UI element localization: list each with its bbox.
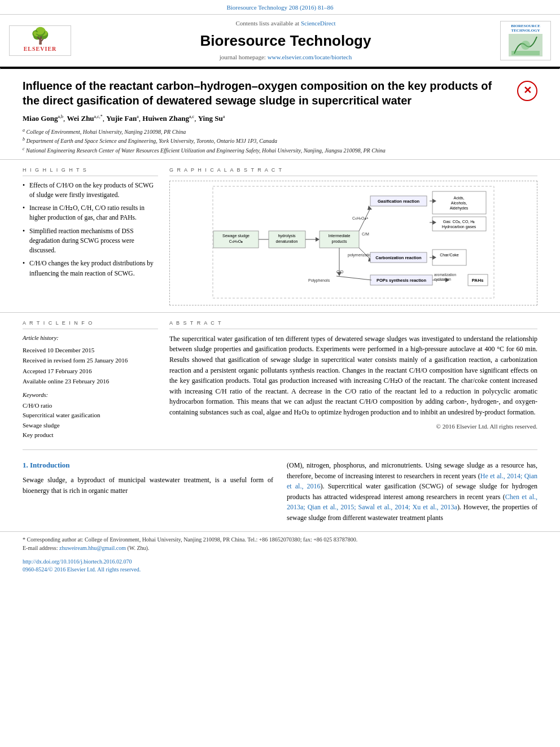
available-date: Available online 23 February 2016 bbox=[23, 377, 158, 387]
svg-text:Polyphenols: Polyphenols bbox=[308, 278, 330, 283]
journal-ref-text: Bioresource Technology 208 (2016) 81–86 bbox=[226, 4, 333, 11]
author-5: Ying Su bbox=[198, 114, 223, 123]
svg-text:PAHs: PAHs bbox=[472, 278, 484, 283]
article-title: Influence of the reactant carbon–hydroge… bbox=[23, 78, 537, 108]
info-abstract-section: A R T I C L E I N F O Article history: R… bbox=[0, 313, 560, 447]
history-title: Article history: bbox=[23, 334, 158, 343]
author-3: Yujie Fan bbox=[106, 114, 137, 123]
svg-text:hydrolysis: hydrolysis bbox=[278, 234, 296, 238]
svg-line-53 bbox=[336, 276, 371, 280]
article-info-column: A R T I C L E I N F O Article history: R… bbox=[23, 320, 158, 440]
body-right: (OM), nitrogen, phosphorus, and micronut… bbox=[287, 460, 537, 523]
svg-marker-43 bbox=[337, 272, 342, 276]
email-note: E-mail address: zhuweiream.hhu@gmail.com… bbox=[23, 544, 537, 552]
svg-text:C₆H₈O₃: C₆H₈O₃ bbox=[229, 239, 243, 243]
highlight-item-4: C/H/O changes the key product distributi… bbox=[23, 259, 158, 278]
svg-text:cyclization: cyclization bbox=[434, 277, 451, 282]
svg-point-1 bbox=[521, 41, 530, 50]
svg-marker-11 bbox=[316, 237, 320, 242]
journal-logo: BIORESOURCE TECHNOLOGY bbox=[500, 21, 551, 61]
highlight-item-2: Increase in C/H₂O, C/H, C/O ratio result… bbox=[23, 203, 158, 223]
journal-header: 🌳 ELSEVIER Contents lists available at S… bbox=[0, 15, 560, 67]
elsevier-logo: 🌳 ELSEVIER bbox=[9, 25, 71, 56]
highlights-list: Effects of C/H/O on the key products of … bbox=[23, 181, 158, 278]
highlights-graphical-section: H I G H L I G H T S Effects of C/H/O on … bbox=[0, 160, 560, 313]
article-info-label: A R T I C L E I N F O bbox=[23, 320, 158, 329]
affiliations: a College of Environment, Hohai Universi… bbox=[23, 127, 537, 155]
homepage-url[interactable]: www.elsevier.com/locate/biortech bbox=[268, 54, 352, 60]
svg-rect-2 bbox=[511, 51, 540, 55]
revised-date: Received in revised form 25 January 2016 bbox=[23, 356, 158, 366]
sciencedirect-line: Contents lists available at ScienceDirec… bbox=[82, 19, 489, 28]
svg-rect-27 bbox=[432, 217, 486, 231]
journal-reference: Bioresource Technology 208 (2016) 81–86 bbox=[0, 0, 560, 15]
article-title-text: Influence of the reactant carbon–hydroge… bbox=[23, 78, 511, 108]
journal-header-center: Contents lists available at ScienceDirec… bbox=[71, 19, 500, 62]
keyword-4: Key product bbox=[23, 430, 158, 440]
svg-text:Carbonization reaction: Carbonization reaction bbox=[375, 255, 422, 260]
abstract-column: A B S T R A C T The supercritical water … bbox=[169, 320, 537, 440]
doi-link[interactable]: http://dx.doi.org/10.1016/j.biortech.201… bbox=[23, 558, 132, 565]
abstract-label: A B S T R A C T bbox=[169, 320, 537, 329]
body-section: 1. Introduction Sewage sludge, a byprodu… bbox=[0, 452, 560, 531]
graphical-abstract-column: G R A P H I C A L A B S T R A C T Sewage… bbox=[169, 167, 537, 305]
highlight-item-1: Effects of C/H/O on the key products of … bbox=[23, 181, 158, 200]
svg-text:POPs synthesis reaction: POPs synthesis reaction bbox=[377, 278, 426, 283]
journal-logo-image bbox=[509, 34, 542, 56]
graphical-abstract-label: G R A P H I C A L A B S T R A C T bbox=[169, 167, 537, 176]
body-left: 1. Introduction Sewage sludge, a byprodu… bbox=[23, 460, 273, 523]
authors-line: Miao Gonga,b, Wei Zhua,c,*, Yujie Fana, … bbox=[23, 113, 537, 124]
svg-text:denaturation: denaturation bbox=[276, 239, 298, 243]
elsevier-tree-icon: 🌳 bbox=[12, 28, 68, 44]
svg-text:Char/Coke: Char/Coke bbox=[440, 253, 459, 257]
keywords-title: Keywords: bbox=[23, 391, 158, 400]
highlights-column: H I G H L I G H T S Effects of C/H/O on … bbox=[23, 167, 158, 305]
svg-text:Aldehydes: Aldehydes bbox=[450, 206, 469, 211]
svg-text:Acids,: Acids, bbox=[453, 196, 464, 200]
author-4: Huiwen Zhang bbox=[142, 114, 189, 123]
abstract-text: The supercritical water gasification of … bbox=[169, 334, 537, 418]
svg-text:Hydrocarbon gases: Hydrocarbon gases bbox=[442, 225, 476, 229]
introduction-text: Sewage sludge, a byproduct of municipal … bbox=[23, 475, 273, 496]
keyword-2: Supercritical water gasification bbox=[23, 410, 158, 421]
svg-rect-37 bbox=[432, 250, 466, 265]
introduction-heading: 1. Introduction bbox=[23, 460, 273, 470]
introduction-continuation: (OM), nitrogen, phosphorus, and micronut… bbox=[287, 460, 537, 523]
journal-title: Bioresource Technology bbox=[82, 30, 489, 51]
graphical-abstract-figure: Sewage sludge C₆H₈O₃ hydrolysis denatura… bbox=[169, 181, 537, 306]
email-link[interactable]: zhuweiream.hhu@gmail.com bbox=[59, 545, 126, 551]
svg-text:Alcohols,: Alcohols, bbox=[451, 201, 467, 205]
svg-text:polymerization: polymerization bbox=[348, 253, 373, 257]
svg-text:C/M: C/M bbox=[362, 232, 369, 236]
sciencedirect-link[interactable]: ScienceDirect bbox=[301, 20, 336, 27]
corresponding-note: * Corresponding author at: College of En… bbox=[23, 535, 537, 544]
author-1: Miao Gong bbox=[23, 114, 58, 123]
doi-links: http://dx.doi.org/10.1016/j.biortech.201… bbox=[0, 556, 560, 578]
keyword-1: C/H/O ratio bbox=[23, 401, 158, 411]
highlights-label: H I G H L I G H T S bbox=[23, 167, 158, 176]
svg-text:Gasification reaction: Gasification reaction bbox=[378, 199, 420, 204]
author-2: Wei Zhu bbox=[67, 114, 94, 123]
accepted-date: Accepted 17 February 2016 bbox=[23, 366, 158, 377]
svg-text:Sewage sludge: Sewage sludge bbox=[222, 234, 250, 238]
elsevier-wordmark: ELSEVIER bbox=[12, 45, 68, 53]
keywords-list: C/H/O ratio Supercritical water gasifica… bbox=[23, 401, 158, 440]
received-date: Received 10 December 2015 bbox=[23, 346, 158, 356]
svg-text:C₆H₈O₃+: C₆H₈O₃+ bbox=[352, 216, 369, 220]
copyright-line: © 2016 Elsevier Ltd. All rights reserved… bbox=[169, 422, 537, 431]
svg-text:aromatization: aromatization bbox=[434, 273, 456, 277]
journal-homepage: journal homepage: www.elsevier.com/locat… bbox=[82, 53, 489, 62]
highlight-item-3: Simplified reaction mechanisms of DSS de… bbox=[23, 226, 158, 256]
article-header: Influence of the reactant carbon–hydroge… bbox=[0, 69, 560, 160]
keyword-3: Sewage sludge bbox=[23, 421, 158, 431]
crossmark-icon[interactable]: ✕ bbox=[517, 81, 537, 101]
article-history: Article history: Received 10 December 20… bbox=[23, 334, 158, 387]
svg-text:products: products bbox=[332, 239, 347, 244]
svg-text:Gas: CO₂, CO, H₂: Gas: CO₂, CO, H₂ bbox=[443, 220, 475, 224]
svg-text:Intermediate: Intermediate bbox=[329, 234, 351, 238]
issn-text: 0960-8524/© 2016 Elsevier Ltd. All right… bbox=[23, 566, 141, 573]
footnote-section: * Corresponding author at: College of En… bbox=[0, 531, 560, 556]
